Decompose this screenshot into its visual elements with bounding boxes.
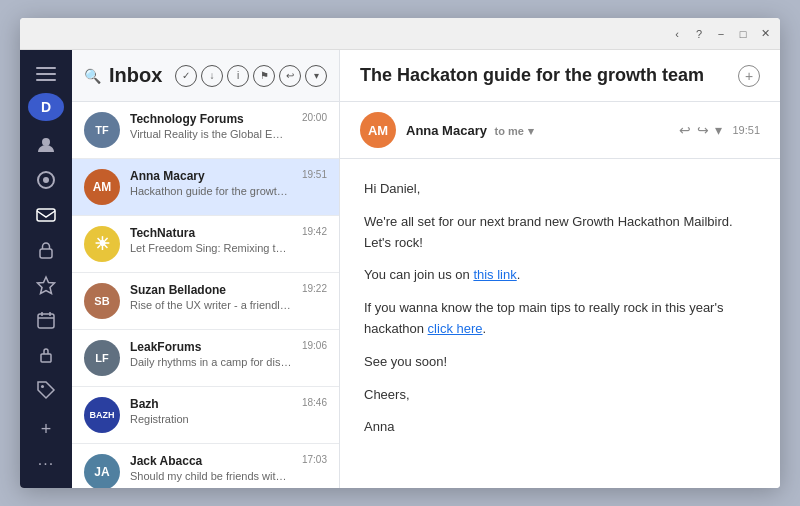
- email-subject-bar: The Hackaton guide for the growth team +: [340, 50, 780, 102]
- message-item[interactable]: JAJack AbaccaShould my child be friends …: [72, 444, 339, 488]
- message-content: Suzan BelladoneRise of the UX writer - a…: [130, 283, 292, 311]
- message-item[interactable]: ☀TechNaturaLet Freedom Sing: Remixing th…: [72, 216, 339, 273]
- email-icon[interactable]: [26, 199, 66, 230]
- contacts-icon[interactable]: [26, 129, 66, 160]
- message-content: TechNaturaLet Freedom Sing: Remixing the…: [130, 226, 292, 254]
- email-meta-bar: AM Anna Macary to me ▾ ↩ ↪ ▾ 19:51: [340, 102, 780, 159]
- message-sender: Bazh: [130, 397, 292, 411]
- title-bar-controls: ‹ ? − □ ✕: [670, 27, 772, 41]
- social-icon[interactable]: [26, 164, 66, 195]
- sender-avatar: AM: [360, 112, 396, 148]
- back-button[interactable]: ‹: [670, 27, 684, 41]
- reply-arrow-icon[interactable]: ↩: [679, 122, 691, 138]
- sender-name: Anna Macary to me ▾: [406, 123, 669, 138]
- title-bar: ‹ ? − □ ✕: [20, 18, 780, 50]
- message-preview: Should my child be friends with a robot.…: [130, 470, 292, 482]
- message-time: 19:42: [302, 226, 327, 237]
- svg-point-3: [42, 138, 50, 146]
- message-preview: Let Freedom Sing: Remixing the Declarati…: [130, 242, 292, 254]
- message-preview: Virtual Reality is the Global Empathy Ma…: [130, 128, 292, 140]
- avatar: BAZH: [84, 397, 120, 433]
- avatar: ☀: [84, 226, 120, 262]
- join-link[interactable]: this link: [473, 267, 516, 282]
- email-time: 19:51: [732, 124, 760, 136]
- message-time: 19:06: [302, 340, 327, 351]
- calendar-icon[interactable]: [26, 305, 66, 336]
- svg-rect-2: [36, 79, 56, 81]
- body-line-3: If you wanna know the top main tips to r…: [364, 298, 756, 340]
- svg-rect-10: [41, 354, 51, 362]
- email-meta-actions: ↩ ↪ ▾: [679, 122, 722, 138]
- body-line-2: You can join us on this link.: [364, 265, 756, 286]
- message-content: Technology ForumsVirtual Reality is the …: [130, 112, 292, 140]
- message-preview: Hackathon guide for the growth team: [130, 185, 292, 197]
- message-item[interactable]: LFLeakForumsDaily rhythms in a camp for …: [72, 330, 339, 387]
- avatar: AM: [84, 169, 120, 205]
- svg-rect-9: [38, 314, 54, 328]
- tag-icon[interactable]: [26, 375, 66, 406]
- message-preview: Daily rhythms in a camp for displaced pe…: [130, 356, 292, 368]
- inbox-header: 🔍 Inbox ✓ ↓ i ⚑ ↩ ▾: [72, 50, 339, 102]
- message-item[interactable]: SBSuzan BelladoneRise of the UX writer -…: [72, 273, 339, 330]
- message-item[interactable]: BAZHBazhRegistration18:46: [72, 387, 339, 444]
- message-content: BazhRegistration: [130, 397, 292, 425]
- message-content: Jack AbaccaShould my child be friends wi…: [130, 454, 292, 482]
- svg-rect-7: [40, 249, 52, 258]
- download-button[interactable]: ↓: [201, 65, 223, 87]
- forward-arrow-icon[interactable]: ↪: [697, 122, 709, 138]
- hamburger-icon[interactable]: [26, 58, 66, 89]
- message-content: Anna MacaryHackathon guide for the growt…: [130, 169, 292, 197]
- body-line-1: We're all set for our next brand new Gro…: [364, 212, 756, 254]
- email-subject: The Hackaton guide for the growth team: [360, 65, 730, 86]
- add-account-icon[interactable]: +: [26, 414, 66, 445]
- check-all-button[interactable]: ✓: [175, 65, 197, 87]
- minimize-button[interactable]: −: [714, 27, 728, 41]
- nav-sidebar: D +: [20, 50, 72, 488]
- message-time: 19:51: [302, 169, 327, 180]
- add-tab-button[interactable]: +: [738, 65, 760, 87]
- svg-rect-1: [36, 73, 56, 75]
- message-sender: Anna Macary: [130, 169, 292, 183]
- sender-to: to me: [495, 125, 524, 137]
- svg-marker-8: [38, 277, 55, 294]
- search-icon[interactable]: 🔍: [84, 68, 101, 84]
- message-list-panel: 🔍 Inbox ✓ ↓ i ⚑ ↩ ▾ TFTechnology ForumsV…: [72, 50, 340, 488]
- maximize-button[interactable]: □: [736, 27, 750, 41]
- sender-info: Anna Macary to me ▾: [406, 123, 669, 138]
- lock2-icon[interactable]: [26, 340, 66, 371]
- tips-link[interactable]: click here: [428, 321, 483, 336]
- message-sender: Jack Abacca: [130, 454, 292, 468]
- svg-rect-0: [36, 67, 56, 69]
- main-layout: D +: [20, 50, 780, 488]
- message-item[interactable]: AMAnna MacaryHackathon guide for the gro…: [72, 159, 339, 216]
- message-sender: LeakForums: [130, 340, 292, 354]
- info-button[interactable]: i: [227, 65, 249, 87]
- message-item[interactable]: TFTechnology ForumsVirtual Reality is th…: [72, 102, 339, 159]
- sign-off: See you soon!: [364, 352, 756, 373]
- message-time: 20:00: [302, 112, 327, 123]
- message-time: 19:22: [302, 283, 327, 294]
- message-preview: Registration: [130, 413, 292, 425]
- svg-point-11: [41, 385, 44, 388]
- message-time: 17:03: [302, 454, 327, 465]
- more-actions-button[interactable]: ▾: [305, 65, 327, 87]
- star-icon[interactable]: [26, 269, 66, 300]
- avatar: SB: [84, 283, 120, 319]
- help-button[interactable]: ?: [692, 27, 706, 41]
- flag-button[interactable]: ⚑: [253, 65, 275, 87]
- close-button[interactable]: ✕: [758, 27, 772, 41]
- svg-point-5: [43, 177, 49, 183]
- reply-button[interactable]: ↩: [279, 65, 301, 87]
- email-body: Hi Daniel, We're all set for our next br…: [340, 159, 780, 488]
- inbox-actions: ✓ ↓ i ⚑ ↩ ▾: [175, 65, 327, 87]
- cheers: Cheers,: [364, 385, 756, 406]
- app-window: ‹ ? − □ ✕ D: [20, 18, 780, 488]
- message-sender: TechNatura: [130, 226, 292, 240]
- avatar: TF: [84, 112, 120, 148]
- user-avatar[interactable]: D: [28, 93, 64, 121]
- more-icon[interactable]: ···: [26, 449, 66, 480]
- down-arrow-icon[interactable]: ▾: [715, 122, 722, 138]
- message-time: 18:46: [302, 397, 327, 408]
- greeting: Hi Daniel,: [364, 179, 756, 200]
- lock-icon[interactable]: [26, 234, 66, 265]
